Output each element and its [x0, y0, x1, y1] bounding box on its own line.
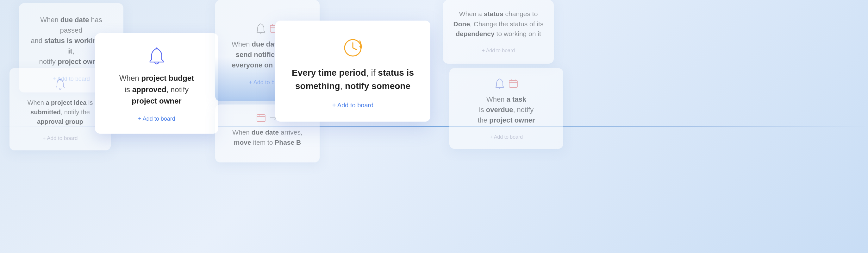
calendar-icon-4b	[256, 113, 266, 122]
card-project-budget-text: When project budgetis approved, notifypr…	[119, 73, 194, 107]
bell-icon-wrap-2	[55, 78, 66, 91]
add-to-board-3[interactable]: + Add to board	[135, 114, 178, 123]
card-project-idea-text: When a project idea issubmitted, notify …	[28, 98, 93, 126]
bell-icon-7	[495, 78, 505, 89]
add-to-board-2[interactable]: + Add to board	[40, 134, 80, 143]
card-every-time-period-text: Every time period, if status issomething…	[292, 66, 414, 93]
card-every-time-period: Every time period, if status issomething…	[275, 21, 430, 121]
svg-point-1	[156, 48, 158, 49]
svg-rect-12	[509, 80, 517, 87]
add-to-board-6[interactable]: + Add to board	[479, 47, 518, 55]
svg-point-0	[60, 79, 61, 80]
clock-icon-wrap-5	[342, 37, 364, 60]
card-status-done: When a status changes to Done, Change th…	[443, 0, 554, 64]
clock-refresh-icon	[342, 37, 364, 59]
bell-icon-blue-3	[148, 47, 165, 65]
bell-icon-2	[55, 78, 66, 90]
card-task-overdue: When a taskis overdue, notifythe project…	[450, 68, 563, 149]
bell-icon-4	[256, 23, 266, 34]
icons-row-7	[495, 78, 518, 89]
calendar-icon-7	[508, 79, 518, 88]
svg-rect-6	[257, 115, 265, 121]
add-to-board-7[interactable]: + Add to board	[487, 133, 526, 141]
card-project-budget: When project budgetis approved, notifypr…	[95, 33, 218, 134]
card-status-done-text: When a status changes to Done, Change th…	[452, 9, 545, 39]
card-task-overdue-text: When a taskis overdue, notifythe project…	[478, 94, 535, 125]
add-to-board-5[interactable]: + Add to board	[330, 101, 376, 110]
bell-icon-wrap-3	[148, 47, 165, 66]
card-due-date-move-text: When due date arrives,move item to Phase…	[232, 127, 303, 147]
